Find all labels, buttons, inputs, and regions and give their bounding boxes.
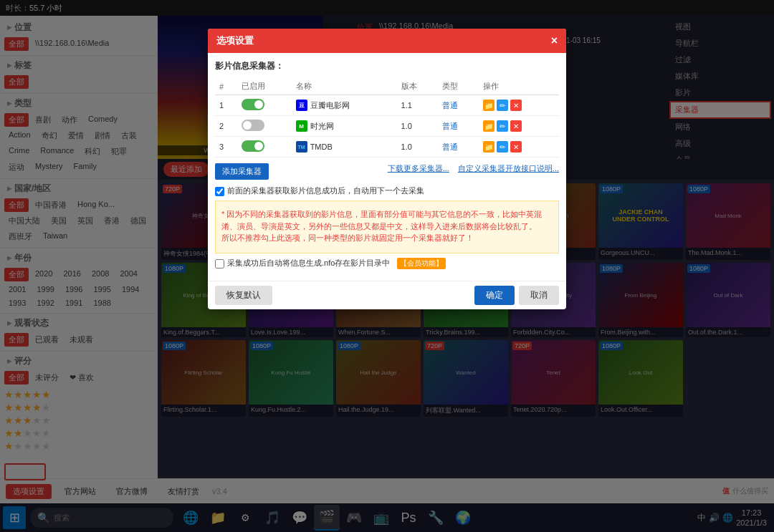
row1-folder-btn[interactable]: 📁 xyxy=(483,100,494,111)
row3-type-badge: 普通 xyxy=(442,142,458,151)
row3-folder-btn[interactable]: 📁 xyxy=(483,141,494,153)
download-more-link[interactable]: 下载更多采集器... xyxy=(388,163,449,180)
modal-note-text: * 因为不同的采集器获取到的影片信息，里面有部分值可能与其它信息的不一致，比如中… xyxy=(221,208,553,244)
th-name: 名称 xyxy=(292,78,397,95)
row2-type-badge: 普通 xyxy=(442,122,458,130)
shiguang-icon: M xyxy=(296,120,307,132)
row2-action-icons: 📁 ✏ ✕ xyxy=(483,120,555,132)
row1-type-badge: 普通 xyxy=(442,101,458,110)
row1-action-icons: 📁 ✏ ✕ xyxy=(483,100,555,111)
douban-label: 豆瓣电影网 xyxy=(310,100,350,111)
checkbox1-row: 前面的采集器获取影片信息成功后，自动用下一个去采集 xyxy=(215,185,559,196)
row2-name: M 时光网 xyxy=(292,116,397,137)
row2-edit-btn[interactable]: ✏ xyxy=(497,120,508,132)
th-num: # xyxy=(215,78,237,95)
custom-link[interactable]: 自定义采集器开放接口说明... xyxy=(458,163,559,180)
checkbox2-label: 采集成功后自动将信息生成.nfo存在影片目录中 xyxy=(227,258,390,269)
row3-num: 3 xyxy=(215,137,237,158)
row3-type: 普通 xyxy=(438,137,479,158)
tmdb-icon: TM xyxy=(296,141,307,153)
add-collector-button[interactable]: 添加采集器 xyxy=(215,163,269,180)
row2-delete-btn[interactable]: ✕ xyxy=(510,120,522,132)
row3-version: 1.0 xyxy=(397,137,438,158)
modal-header: 选项设置 × xyxy=(208,29,566,53)
row2-num: 2 xyxy=(215,116,237,137)
row1-toggle[interactable] xyxy=(237,95,292,116)
table-row: 1 豆 豆瓣电影网 1.1 普通 📁 xyxy=(215,95,559,116)
th-action: 操作 xyxy=(479,78,559,95)
tmdb-label: TMDB xyxy=(310,142,333,151)
row1-version: 1.1 xyxy=(397,95,438,116)
modal-links: 添加采集器 下载更多采集器... 自定义采集器开放接口说明... xyxy=(215,163,559,180)
row3-toggle[interactable] xyxy=(237,137,292,158)
toggle-douban[interactable] xyxy=(242,99,264,110)
row1-delete-btn[interactable]: ✕ xyxy=(510,100,522,111)
checkbox2[interactable] xyxy=(215,259,224,269)
modal-table: # 已启用 名称 版本 类型 操作 1 豆 xyxy=(215,78,559,158)
source-name-tmdb: TM TMDB xyxy=(296,141,393,153)
row1-num: 1 xyxy=(215,95,237,116)
row1-type: 普通 xyxy=(438,95,479,116)
modal-overlay: 选项设置 × 影片信息采集器： # 已启用 名称 版本 类型 操作 xyxy=(0,0,774,532)
row3-name: TM TMDB xyxy=(292,137,397,158)
row2-folder-btn[interactable]: 📁 xyxy=(483,120,494,132)
row2-version: 1.0 xyxy=(397,116,438,137)
cancel-button[interactable]: 取消 xyxy=(519,286,559,305)
toggle-shiguang[interactable] xyxy=(242,120,264,131)
restore-default-button[interactable]: 恢复默认 xyxy=(215,286,272,305)
row1-edit-btn[interactable]: ✏ xyxy=(497,100,508,111)
douban-icon: 豆 xyxy=(296,100,307,111)
th-type: 类型 xyxy=(438,78,479,95)
member-badge: 【会员功能】 xyxy=(397,258,446,269)
source-name-shiguang: M 时光网 xyxy=(296,120,393,132)
row2-toggle[interactable] xyxy=(237,116,292,137)
th-version: 版本 xyxy=(397,78,438,95)
row1-name: 豆 豆瓣电影网 xyxy=(292,95,397,116)
settings-modal: 选项设置 × 影片信息采集器： # 已启用 名称 版本 类型 操作 xyxy=(208,29,566,309)
modal-body: 影片信息采集器： # 已启用 名称 版本 类型 操作 1 xyxy=(208,53,566,281)
table-row: 2 M 时光网 1.0 普通 📁 xyxy=(215,116,559,137)
checkbox1[interactable] xyxy=(215,187,224,196)
modal-close-button[interactable]: × xyxy=(551,35,558,47)
modal-section-title: 影片信息采集器： xyxy=(215,60,559,72)
modal-note: * 因为不同的采集器获取到的影片信息，里面有部分值可能与其它信息的不一致，比如中… xyxy=(215,200,559,253)
th-enabled: 已启用 xyxy=(237,78,292,95)
shiguang-label: 时光网 xyxy=(310,121,334,132)
row2-actions: 📁 ✏ ✕ xyxy=(479,116,559,137)
modal-footer: 恢复默认 确定 取消 xyxy=(208,281,566,309)
modal-title: 选项设置 xyxy=(216,34,254,47)
confirm-button[interactable]: 确定 xyxy=(474,286,515,305)
row3-delete-btn[interactable]: ✕ xyxy=(510,141,522,153)
checkbox1-label: 前面的采集器获取影片信息成功后，自动用下一个去采集 xyxy=(227,185,424,196)
row3-action-icons: 📁 ✏ ✕ xyxy=(483,141,555,153)
row3-edit-btn[interactable]: ✏ xyxy=(497,141,508,153)
source-name-douban: 豆 豆瓣电影网 xyxy=(296,100,393,111)
table-row: 3 TM TMDB 1.0 普通 📁 xyxy=(215,137,559,158)
row1-actions: 📁 ✏ ✕ xyxy=(479,95,559,116)
row3-actions: 📁 ✏ ✕ xyxy=(479,137,559,158)
checkbox2-row: 采集成功后自动将信息生成.nfo存在影片目录中 【会员功能】 xyxy=(215,258,559,269)
toggle-tmdb[interactable] xyxy=(242,140,264,152)
row2-type: 普通 xyxy=(438,116,479,137)
